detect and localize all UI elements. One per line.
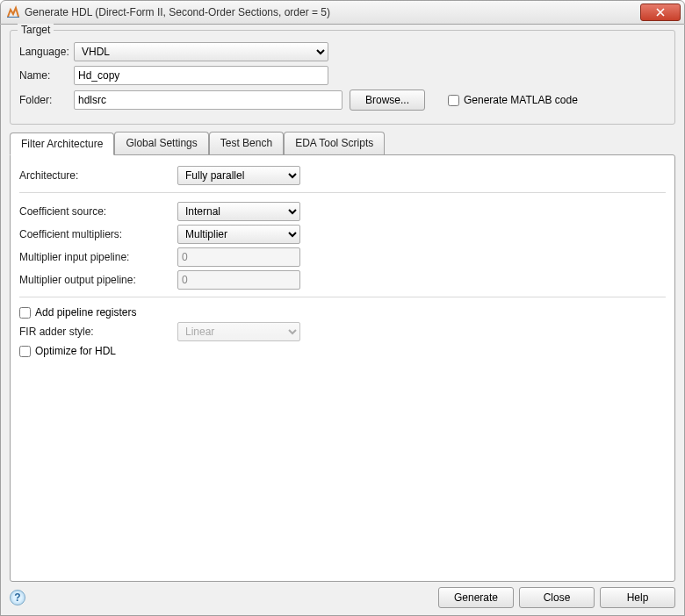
app-icon [6,5,20,19]
fir-adder-select: Linear [177,322,300,341]
target-legend: Target [18,24,54,36]
close-footer-button[interactable]: Close [519,587,595,608]
language-label: Language: [19,46,74,58]
close-button[interactable] [640,4,681,21]
divider [19,192,666,193]
coef-source-label: Coefficient source: [19,205,177,218]
tab-filter-architecture[interactable]: Filter Architecture [10,133,114,155]
help-icon[interactable]: ? [10,590,25,605]
tab-panel-filter-architecture: Architecture: Fully parallel Coefficient… [10,154,675,582]
tab-global-settings[interactable]: Global Settings [114,132,208,154]
target-group: Target Language: VHDL Name: Folder: Brow… [10,30,675,125]
tab-test-bench[interactable]: Test Bench [209,132,284,154]
add-pipeline-checkbox[interactable]: Add pipeline registers [19,306,136,319]
mult-out-input [177,270,300,290]
titlebar: Generate HDL (Direct-Form II, Second-Ord… [0,0,685,25]
tab-eda-tool-scripts[interactable]: EDA Tool Scripts [284,132,385,154]
coef-mult-label: Coefficient multipliers: [19,228,177,240]
mult-in-input [177,247,300,267]
browse-button[interactable]: Browse... [350,90,425,111]
dialog-body: Target Language: VHDL Name: Folder: Brow… [0,25,685,616]
optimize-hdl-check-input[interactable] [19,346,31,357]
footer: ? Generate Close Help [10,582,675,608]
optimize-hdl-checkbox[interactable]: Optimize for HDL [19,345,116,357]
optimize-hdl-label: Optimize for HDL [35,345,116,357]
gen-matlab-check-input[interactable] [448,95,459,106]
close-icon [656,8,665,17]
tab-container: Filter Architecture Global Settings Test… [10,132,675,582]
architecture-select[interactable]: Fully parallel [177,166,300,185]
language-select[interactable]: VHDL [74,42,328,61]
mult-out-label: Multiplier output pipeline: [19,274,177,286]
mult-in-label: Multiplier input pipeline: [19,251,177,263]
architecture-label: Architecture: [19,169,177,182]
coef-source-select[interactable]: Internal [177,202,300,221]
gen-matlab-label: Generate MATLAB code [464,94,578,106]
folder-label: Folder: [19,94,74,106]
generate-button[interactable]: Generate [438,587,514,608]
add-pipeline-check-input[interactable] [19,307,31,319]
name-label: Name: [19,69,74,82]
coef-mult-select[interactable]: Multiplier [177,225,300,244]
help-button[interactable]: Help [600,587,675,608]
gen-matlab-checkbox[interactable]: Generate MATLAB code [448,94,578,106]
fir-adder-label: FIR adder style: [19,326,177,338]
name-input[interactable] [74,66,328,85]
divider [19,297,666,297]
tab-bar: Filter Architecture Global Settings Test… [10,132,675,154]
folder-input[interactable] [74,90,342,110]
add-pipeline-label: Add pipeline registers [35,306,136,319]
window-title: Generate HDL (Direct-Form II, Second-Ord… [25,6,640,18]
svg-rect-0 [7,17,19,18]
